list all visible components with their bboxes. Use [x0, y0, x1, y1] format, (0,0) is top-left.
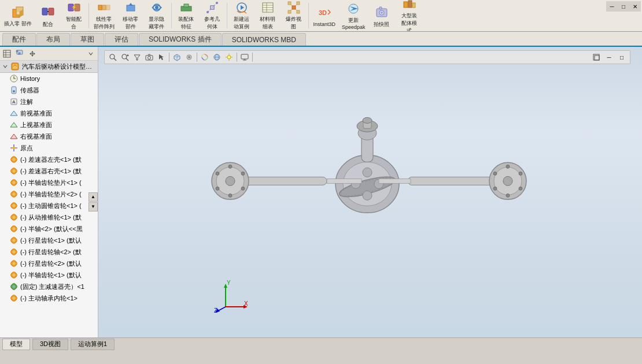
- insert-part-button[interactable]: + 插入零 部件: [1, 1, 35, 30]
- globe-icon[interactable]: [211, 51, 223, 63]
- svg-text:Z: Z: [214, 307, 217, 313]
- tree-item-part-6[interactable]: (-) 半轴<2> (默认<<黑: [0, 223, 98, 235]
- linear-array-button[interactable]: 线性零部件阵列: [91, 1, 117, 30]
- svg-rect-107: [13, 237, 15, 239]
- search-options-icon[interactable]: ▲: [119, 51, 131, 63]
- tree-item-history[interactable]: History: [0, 73, 98, 84]
- svg-rect-116: [16, 251, 18, 253]
- panel-btn-table[interactable]: [1, 48, 13, 60]
- large-assembly-button[interactable]: 大型装配体模式: [395, 1, 424, 30]
- vp-restore[interactable]: [591, 51, 602, 63]
- tree-item-part-7[interactable]: (-) 行星齿轮<1> (默认: [0, 235, 98, 246]
- svg-rect-159: [241, 54, 248, 59]
- svg-point-177: [503, 176, 512, 185]
- svg-point-170: [228, 194, 232, 197]
- svg-rect-9: [98, 5, 102, 10]
- svg-point-194: [363, 191, 372, 200]
- tree-item-part-2[interactable]: (-) 半轴齿轮垫片<1> (: [0, 177, 98, 188]
- reference-geometry-button[interactable]: 参考几何体: [200, 1, 225, 30]
- tree-item-top-plane[interactable]: 上视基准面: [0, 119, 98, 131]
- tree-item-part-5[interactable]: (-) 从动推锥轮<1> (默: [0, 211, 98, 223]
- status-tab-motion[interactable]: 运动算例1: [71, 339, 115, 350]
- move-part-button[interactable]: 移动零部件: [118, 1, 143, 30]
- status-tab-3dview[interactable]: 3D视图: [32, 339, 68, 350]
- bom-button[interactable]: 材料明细表: [255, 1, 281, 30]
- viewport-toolbar: ▲: [104, 50, 630, 64]
- svg-line-144: [126, 58, 128, 61]
- select-icon[interactable]: [156, 51, 167, 63]
- tree-item-front-plane[interactable]: 前视基准面: [0, 107, 98, 119]
- tab-layout[interactable]: 布局: [36, 33, 70, 46]
- tree-item-part-4[interactable]: (-) 主动圆锥齿轮<1> (: [0, 200, 98, 211]
- tree-item-part-8[interactable]: (-) 行星齿轮轴<2> (默: [0, 246, 98, 258]
- tab-assembly[interactable]: 配件: [2, 33, 36, 46]
- svg-rect-30: [288, 10, 291, 13]
- panel-scroll-down[interactable]: ▼: [88, 202, 98, 211]
- tree-item-part-1[interactable]: (-) 差速器右壳<1> (默: [0, 165, 98, 177]
- svg-point-193: [363, 168, 372, 177]
- svg-rect-12: [127, 5, 135, 11]
- window-minimize[interactable]: ─: [606, 1, 618, 12]
- svg-rect-71: [13, 168, 15, 169]
- motion-study-button[interactable]: 新建运动算例: [229, 1, 254, 30]
- svg-point-14: [155, 6, 158, 9]
- svg-rect-114: [13, 254, 15, 256]
- tree-item-part-9[interactable]: (-) 行星齿轮<2> (默认: [0, 258, 98, 269]
- svg-point-64: [13, 158, 16, 161]
- tree-item-part-11[interactable]: (-) 主动轴承内轮<1>: [0, 292, 98, 304]
- window-restore[interactable]: □: [618, 1, 629, 12]
- svg-rect-110: [16, 240, 18, 242]
- panel-btn-tree[interactable]: [14, 48, 25, 60]
- show-hide-button[interactable]: 显示隐藏零件: [144, 1, 169, 30]
- svg-point-149: [188, 56, 190, 58]
- search-icon[interactable]: [107, 51, 119, 63]
- svg-point-147: [148, 57, 151, 60]
- status-tab-model[interactable]: 模型: [2, 339, 30, 350]
- tree-header[interactable]: 汽车后驱动桥设计模型（默: [0, 61, 98, 73]
- svg-rect-85: [10, 194, 12, 195]
- svg-rect-120: [13, 266, 15, 268]
- svg-rect-83: [13, 191, 15, 192]
- tree-item-right-plane[interactable]: 右视基准面: [0, 131, 98, 142]
- display-cube-icon[interactable]: [171, 51, 183, 63]
- panel-collapse[interactable]: [85, 48, 97, 60]
- vp-minimize[interactable]: ─: [603, 51, 615, 63]
- camera-icon[interactable]: [143, 51, 155, 63]
- panel-btn-move[interactable]: [27, 48, 38, 60]
- monitor-icon[interactable]: [239, 51, 250, 63]
- tree-item-annotation[interactable]: A 注解: [0, 96, 98, 107]
- svg-rect-109: [10, 240, 12, 242]
- tab-evaluate[interactable]: 评估: [105, 33, 138, 46]
- color-icon[interactable]: [199, 51, 211, 63]
- filter-icon[interactable]: [131, 51, 143, 63]
- svg-point-124: [13, 274, 16, 277]
- tree-item-sensor[interactable]: 传感器: [0, 84, 98, 96]
- svg-rect-132: [13, 289, 15, 291]
- mate-button[interactable]: 配合: [35, 1, 61, 30]
- tab-sw-mbd[interactable]: SOLIDWORKS MBD: [222, 33, 306, 46]
- tree-item-part-3[interactable]: (-) 半轴齿轮垫片<2> (: [0, 188, 98, 200]
- hide-icon[interactable]: [183, 51, 195, 63]
- window-close[interactable]: ✕: [629, 1, 641, 12]
- speedpak-button[interactable]: 更新Speedpak: [339, 1, 368, 30]
- tab-sketch[interactable]: 草图: [71, 33, 104, 46]
- smart-mate-button[interactable]: ⚡ 智能配合: [61, 1, 87, 30]
- tree-item-part-10[interactable]: (-) 半轴齿轮<1> (默认: [0, 269, 98, 281]
- viewport[interactable]: ▲: [98, 47, 642, 337]
- svg-rect-41: [379, 7, 382, 9]
- panel-scroll-up[interactable]: ▲: [88, 192, 98, 202]
- rear-axle-model: [202, 109, 538, 259]
- tab-sw-addins[interactable]: SOLIDWORKS 插件: [139, 33, 222, 46]
- tree-item-part-0[interactable]: (-) 差速器左壳<1> (默: [0, 154, 98, 165]
- snapshot-button[interactable]: 拍快照: [369, 1, 394, 30]
- tree-item-origin[interactable]: 原点: [0, 142, 98, 154]
- explode-button[interactable]: 爆炸视图: [281, 1, 307, 30]
- svg-point-172: [241, 172, 245, 175]
- vp-maximize[interactable]: □: [616, 51, 628, 63]
- assembly-feature-button[interactable]: 装配体特征: [174, 1, 199, 30]
- svg-rect-72: [13, 173, 15, 175]
- light-icon[interactable]: [223, 51, 235, 63]
- tree-item-part-fixed[interactable]: (固定) 主减速器壳）<1: [0, 281, 98, 292]
- instant3d-button[interactable]: 3D Instant3D: [311, 1, 339, 30]
- vp-divider3: [237, 53, 237, 62]
